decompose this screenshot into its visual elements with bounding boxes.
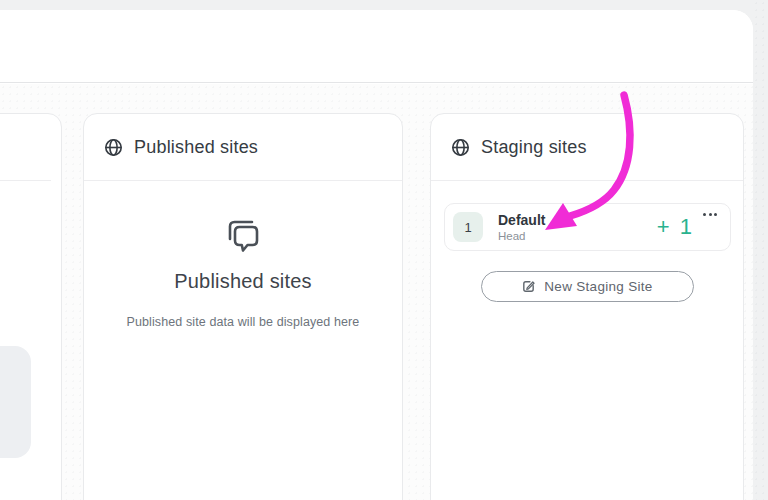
left-card-partial bbox=[0, 113, 62, 500]
globe-icon bbox=[104, 138, 123, 157]
staging-sites-card: Staging sites 1 Default Head + 1 New Sta… bbox=[430, 113, 744, 500]
divider bbox=[0, 180, 51, 181]
comments-icon bbox=[223, 217, 263, 254]
new-staging-button-label: New Staging Site bbox=[544, 279, 652, 294]
published-card-title: Published sites bbox=[134, 137, 258, 158]
empty-state-heading: Published sites bbox=[84, 270, 402, 293]
staging-card-header: Staging sites bbox=[431, 114, 743, 181]
staging-card-title: Staging sites bbox=[481, 137, 587, 158]
globe-icon bbox=[451, 138, 470, 157]
site-index-badge: 1 bbox=[453, 212, 483, 242]
published-card-header: Published sites bbox=[84, 114, 402, 181]
page-background-gutter bbox=[753, 0, 768, 500]
published-sites-card: Published sites Published sites Publishe… bbox=[83, 113, 403, 500]
site-name: Default bbox=[498, 212, 545, 228]
site-revision: Head bbox=[498, 230, 545, 242]
app-panel: Published sites Published sites Publishe… bbox=[0, 10, 753, 500]
staging-site-row[interactable]: 1 Default Head + 1 bbox=[444, 203, 731, 251]
site-meta: Default Head bbox=[498, 212, 545, 242]
published-empty-state: Published sites Published site data will… bbox=[84, 181, 402, 329]
compose-icon bbox=[521, 279, 536, 294]
new-staging-site-button[interactable]: New Staging Site bbox=[481, 271, 694, 302]
empty-state-subtitle: Published site data will be displayed he… bbox=[84, 315, 402, 329]
content-area: Published sites Published sites Publishe… bbox=[0, 84, 753, 500]
app-header bbox=[0, 10, 753, 83]
skeleton-block bbox=[0, 346, 31, 458]
ellipsis-icon[interactable] bbox=[701, 211, 719, 218]
